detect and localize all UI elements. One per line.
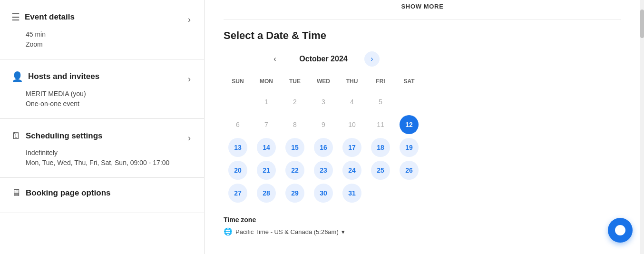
- right-scrollbar: [640, 0, 644, 254]
- calendar-cell[interactable]: 19: [395, 136, 423, 159]
- weekday-fri: FRI: [366, 76, 395, 90]
- hosts-invitees-title: Hosts and invitees: [28, 72, 99, 81]
- calendar-day[interactable]: 27: [228, 184, 247, 203]
- calendar-day[interactable]: 16: [314, 138, 333, 157]
- hosts-invitees-chevron[interactable]: ›: [186, 72, 193, 86]
- calendar-day[interactable]: 24: [342, 161, 361, 180]
- scheduling-settings-section: 🗓 Scheduling settings › Indefinitely Mon…: [0, 119, 204, 178]
- calendar-day: 9: [314, 115, 333, 134]
- calendar-cell[interactable]: 29: [281, 182, 309, 205]
- calendar-icon: 🗓: [11, 130, 21, 141]
- calendar-cell[interactable]: 25: [366, 159, 395, 182]
- calendar-day[interactable]: 26: [400, 161, 419, 180]
- calendar-day[interactable]: 18: [371, 138, 390, 157]
- calendar-day[interactable]: 21: [257, 161, 276, 180]
- calendar-cell[interactable]: 20: [224, 159, 252, 182]
- calendar-day: 2: [285, 92, 304, 111]
- hosts-invitees-header: 👤 Hosts and invitees: [11, 71, 99, 82]
- calendar-day[interactable]: 15: [285, 138, 304, 157]
- calendar-cell[interactable]: 13: [224, 136, 252, 159]
- calendar-cell[interactable]: 24: [338, 159, 366, 182]
- calendar-day: 3: [314, 92, 333, 111]
- fab-icon: [615, 225, 625, 235]
- scheduling-settings-title: Scheduling settings: [26, 131, 103, 141]
- calendar-day[interactable]: 17: [342, 138, 361, 157]
- event-details-section: ☰ Event details › 45 min Zoom: [0, 0, 204, 59]
- calendar-day[interactable]: 13: [228, 138, 247, 157]
- calendar-grid: SUN MON TUE WED THU FRI SAT 123456789101…: [224, 76, 423, 205]
- show-more-label: SHOW MORE: [401, 3, 444, 10]
- event-details-header: ☰ Event details: [11, 11, 75, 23]
- hosts-invitees-section: 👤 Hosts and invitees › MERIT MEDIA (you)…: [0, 59, 204, 119]
- fab-button[interactable]: [608, 218, 633, 243]
- calendar-cell[interactable]: 18: [366, 136, 395, 159]
- calendar-title: Select a Date & Time: [224, 29, 621, 42]
- calendar-cell[interactable]: 31: [338, 182, 366, 205]
- timezone-section: Time zone 🌐 Pacific Time - US & Canada (…: [224, 216, 423, 236]
- calendar-day[interactable]: 29: [285, 184, 304, 203]
- calendar-cell: 2: [281, 90, 309, 113]
- calendar-cell[interactable]: 12: [395, 113, 423, 136]
- event-details-platform: Zoom: [26, 39, 193, 49]
- calendar-day: 7: [257, 115, 276, 134]
- calendar-cell[interactable]: 22: [281, 159, 309, 182]
- calendar-cell: 10: [338, 113, 366, 136]
- calendar-cell[interactable]: 28: [252, 182, 281, 205]
- calendar-cell[interactable]: 21: [252, 159, 281, 182]
- event-details-title: Event details: [25, 12, 75, 22]
- calendar-cell[interactable]: 30: [309, 182, 338, 205]
- event-details-duration: 45 min: [26, 29, 193, 39]
- monitor-icon: 🖥: [11, 187, 21, 198]
- calendar-day: 1: [257, 92, 276, 111]
- calendar-day[interactable]: 30: [314, 184, 333, 203]
- calendar-cell: 5: [366, 90, 395, 113]
- scheduling-settings-header: 🗓 Scheduling settings: [11, 130, 103, 141]
- calendar-cell[interactable]: 23: [309, 159, 338, 182]
- prev-month-button[interactable]: ‹: [267, 51, 283, 67]
- calendar-cell: 9: [309, 113, 338, 136]
- calendar-day[interactable]: 25: [371, 161, 390, 180]
- calendar-day: 11: [371, 115, 390, 134]
- show-more-bar: SHOW MORE: [224, 0, 621, 20]
- calendar-cell[interactable]: 16: [309, 136, 338, 159]
- calendar-cell[interactable]: 14: [252, 136, 281, 159]
- calendar-cell: 4: [338, 90, 366, 113]
- calendar-cell: [395, 90, 423, 113]
- calendar-cell: [224, 90, 252, 113]
- calendar-day[interactable]: 12: [400, 115, 419, 134]
- scheduling-settings-chevron[interactable]: ›: [186, 131, 193, 145]
- calendar-day[interactable]: 20: [228, 161, 247, 180]
- calendar-day[interactable]: 31: [342, 184, 361, 203]
- calendar-day: 8: [285, 115, 304, 134]
- hosts-invitees-host: MERIT MEDIA (you): [26, 89, 193, 99]
- right-scrollbar-thumb[interactable]: [640, 10, 644, 38]
- hosts-invitees-type: One-on-one event: [26, 99, 193, 109]
- calendar-cell[interactable]: 26: [395, 159, 423, 182]
- calendar-cell: 7: [252, 113, 281, 136]
- calendar-cell[interactable]: 17: [338, 136, 366, 159]
- calendar-cell: 3: [309, 90, 338, 113]
- calendar-cell[interactable]: 15: [281, 136, 309, 159]
- event-details-chevron[interactable]: ›: [186, 13, 193, 27]
- calendar-day[interactable]: 22: [285, 161, 304, 180]
- weekday-sat: SAT: [395, 76, 423, 90]
- weekday-sun: SUN: [224, 76, 252, 90]
- calendar-cell[interactable]: 27: [224, 182, 252, 205]
- calendar-day[interactable]: 23: [314, 161, 333, 180]
- calendar-day[interactable]: 14: [257, 138, 276, 157]
- booking-page-header: 🖥 Booking page options: [11, 187, 193, 198]
- calendar-day: 5: [371, 92, 390, 111]
- calendar-cell: 6: [224, 113, 252, 136]
- timezone-row[interactable]: 🌐 Pacific Time - US & Canada (5:26am) ▾: [224, 227, 423, 236]
- timezone-value: Pacific Time - US & Canada (5:26am): [235, 228, 339, 235]
- calendar-cell: 1: [252, 90, 281, 113]
- next-month-button[interactable]: ›: [364, 51, 380, 67]
- calendar-day[interactable]: 19: [400, 138, 419, 157]
- weekday-thu: THU: [338, 76, 366, 90]
- weekday-wed: WED: [309, 76, 338, 90]
- booking-page-title: Booking page options: [26, 188, 111, 198]
- timezone-title: Time zone: [224, 216, 423, 224]
- left-panel: ☰ Event details › 45 min Zoom 👤 Hosts an…: [0, 0, 205, 254]
- month-label: October 2024: [290, 55, 357, 63]
- calendar-day[interactable]: 28: [257, 184, 276, 203]
